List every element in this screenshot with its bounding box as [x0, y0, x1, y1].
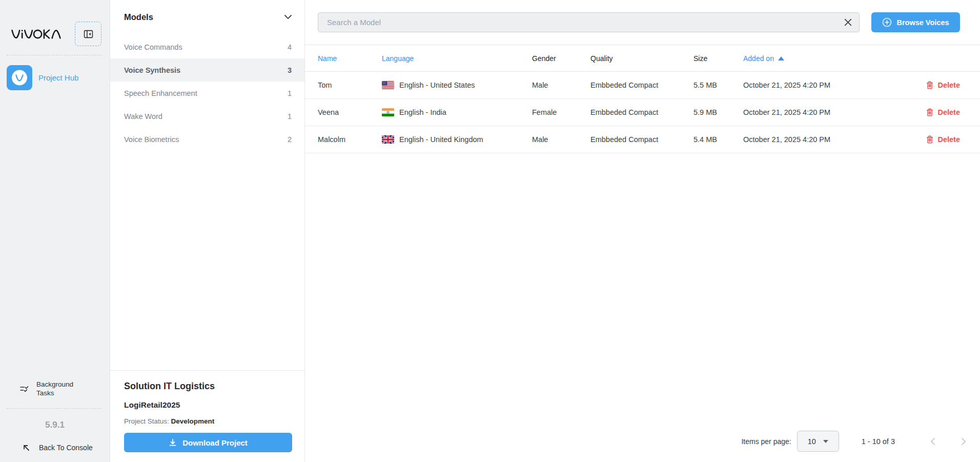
delete-button[interactable]: Delete — [926, 81, 960, 89]
project-hub-icon — [7, 65, 32, 90]
project-status-value: Development — [171, 417, 215, 425]
task-list-check-icon — [19, 385, 29, 393]
cell-gender: Male — [532, 81, 590, 89]
back-to-console-button[interactable]: Back To Console — [22, 444, 110, 452]
model-category-label: Wake Word — [124, 112, 162, 120]
flag-india-icon — [382, 108, 394, 116]
model-category-count: 4 — [288, 43, 292, 51]
flag-united-kingdom-icon — [382, 135, 394, 144]
trash-icon — [926, 135, 933, 144]
cell-size: 5.4 MB — [693, 135, 743, 144]
delete-label: Delete — [937, 135, 960, 144]
app-version: 5.9.1 — [0, 420, 110, 430]
main-content: Browse Voices Name Language Gender Quali… — [305, 0, 980, 462]
table-row[interactable]: Tom English - United States Male Embbede… — [305, 72, 980, 99]
models-panel-header[interactable]: Models — [110, 0, 304, 22]
chevron-down-icon[interactable] — [284, 15, 292, 19]
language-label: English - United Kingdom — [399, 135, 483, 144]
trash-icon — [926, 108, 933, 116]
delete-button[interactable]: Delete — [926, 135, 960, 144]
cell-language: English - United States — [382, 81, 532, 89]
models-panel: Models Voice Commands4Voice Synthesis3Sp… — [110, 0, 305, 462]
paginator: Items per page: 10 1 - 10 of 3 — [305, 431, 974, 452]
download-project-label: Download Project — [182, 438, 248, 447]
table-row[interactable]: Malcolm English - United Kingdom Male Em… — [305, 126, 980, 153]
column-header-added-on[interactable]: Added on — [743, 54, 899, 63]
column-header-added-on-label: Added on — [743, 54, 774, 63]
items-per-page-select[interactable]: 10 — [797, 431, 839, 452]
search-input[interactable] — [318, 13, 836, 32]
arrow-up-left-icon — [22, 444, 30, 452]
language-label: English - United States — [399, 81, 475, 89]
model-category-voice-commands[interactable]: Voice Commands4 — [110, 35, 304, 58]
search-clear-button[interactable] — [836, 13, 859, 32]
table-body: Tom English - United States Male Embbede… — [305, 72, 980, 153]
model-category-count: 2 — [288, 135, 292, 144]
model-category-label: Voice Commands — [124, 43, 182, 51]
chevron-left-icon — [930, 437, 936, 446]
close-icon — [844, 18, 852, 27]
model-category-label: Voice Biometrics — [124, 135, 179, 144]
cell-size: 5.5 MB — [693, 81, 743, 89]
column-header-language[interactable]: Language — [382, 54, 532, 63]
project-status-label: Project Status: — [124, 417, 169, 425]
app-sidebar: Project Hub Background Tasks 5.9.1 Back … — [0, 0, 110, 462]
cell-quality: Embbeded Compact — [590, 108, 693, 116]
sidebar-divider-top — [7, 55, 101, 55]
cell-added-on: October 21, 2025 4:20 PM — [743, 108, 899, 116]
project-hub-label: Project Hub — [38, 73, 78, 82]
model-category-list: Voice Commands4Voice Synthesis3Speech En… — [110, 35, 304, 151]
delete-label: Delete — [937, 81, 960, 89]
cell-gender: Female — [532, 108, 590, 116]
sidebar-divider-bottom — [7, 408, 101, 409]
model-category-count: 3 — [288, 66, 292, 74]
model-category-voice-synthesis[interactable]: Voice Synthesis3 — [110, 58, 304, 82]
model-category-label: Voice Synthesis — [124, 66, 180, 74]
model-category-count: 1 — [288, 89, 292, 97]
model-category-speech-enhancement[interactable]: Speech Enhancement1 — [110, 82, 304, 105]
chevron-right-icon — [961, 437, 967, 446]
plus-circle-icon — [882, 17, 892, 27]
table-row[interactable]: Veena English - India Female Embbeded Co… — [305, 99, 980, 126]
cell-added-on: October 21, 2025 4:20 PM — [743, 135, 899, 144]
background-tasks-label: Background Tasks — [36, 380, 79, 398]
items-per-page-label: Items per page: — [741, 437, 791, 446]
column-header-quality[interactable]: Quality — [590, 54, 693, 63]
cell-size: 5.9 MB — [693, 108, 743, 116]
cell-quality: Embbeded Compact — [590, 81, 693, 89]
column-header-gender[interactable]: Gender — [532, 54, 590, 63]
previous-page-button[interactable] — [923, 431, 943, 452]
model-category-label: Speech Enhancement — [124, 89, 197, 97]
items-per-page-value: 10 — [808, 437, 816, 446]
search-box — [318, 12, 860, 32]
toolbar: Browse Voices — [305, 0, 980, 45]
browse-voices-label: Browse Voices — [896, 18, 949, 27]
next-page-button[interactable] — [953, 431, 974, 452]
page-range-label: 1 - 10 of 3 — [862, 437, 895, 446]
vivoka-logo — [7, 27, 68, 41]
cell-language: English - United Kingdom — [382, 135, 532, 144]
caret-down-icon — [823, 440, 828, 443]
flag-united-states-icon — [382, 81, 394, 89]
cell-added-on: October 21, 2025 4:20 PM — [743, 81, 899, 89]
solution-title: Solution IT Logistics — [124, 381, 292, 392]
column-header-size[interactable]: Size — [693, 54, 743, 63]
sidebar-item-background-tasks[interactable]: Background Tasks — [19, 380, 110, 398]
model-category-voice-biometrics[interactable]: Voice Biometrics2 — [110, 128, 304, 151]
model-category-wake-word[interactable]: Wake Word1 — [110, 105, 304, 128]
download-project-button[interactable]: Download Project — [124, 433, 292, 452]
delete-label: Delete — [937, 108, 960, 116]
delete-button[interactable]: Delete — [926, 108, 960, 116]
panel-collapse-left-icon — [84, 29, 93, 39]
column-header-name[interactable]: Name — [318, 54, 382, 63]
project-status: Project Status: Development — [124, 417, 292, 425]
models-panel-title: Models — [124, 12, 153, 22]
cell-language: English - India — [382, 108, 532, 116]
browse-voices-button[interactable]: Browse Voices — [871, 12, 960, 32]
sidebar-collapse-button[interactable] — [75, 22, 101, 46]
logo-row — [7, 22, 101, 46]
back-to-console-label: Back To Console — [39, 444, 93, 452]
cell-quality: Embbeded Compact — [590, 135, 693, 144]
sidebar-item-project-hub[interactable]: Project Hub — [7, 65, 110, 90]
table-header-row: Name Language Gender Quality Size Added … — [305, 45, 980, 72]
